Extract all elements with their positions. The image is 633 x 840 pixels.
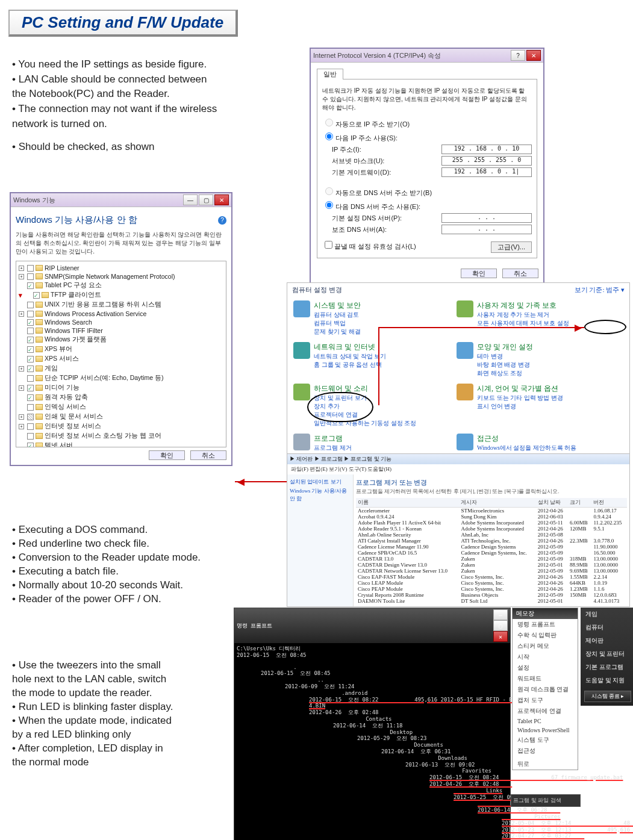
menu-item[interactable]: 명령 프롬프트 xyxy=(513,619,578,630)
menu-item[interactable]: 캡처 도구 xyxy=(513,695,578,706)
feature-item[interactable]: UNIX 기반 응용 프로그램용 하위 시스템 xyxy=(19,300,223,310)
feature-item[interactable]: +Windows Process Activation Service xyxy=(19,310,223,318)
table-row[interactable]: DAEMON Tools LiteDT Soft Ltd2012-05-014.… xyxy=(356,598,627,604)
menu-item[interactable]: 프로젝터에 연결 xyxy=(513,706,578,717)
table-row[interactable]: Adobe Flash Player 11 ActiveX 64-bitAdob… xyxy=(356,520,627,526)
menu-item[interactable]: Tablet PC xyxy=(513,717,578,726)
checkbox-icon[interactable] xyxy=(27,356,34,362)
input-dns2[interactable]: . . . xyxy=(441,225,532,234)
feature-item[interactable]: Windows TIFF IFilter xyxy=(19,326,223,335)
category-item[interactable]: 네트워크 및 인터넷네트워크 상태 및 작업 보기홈 그룹 및 공유 옵션 선택 xyxy=(293,342,453,378)
checkbox-icon[interactable] xyxy=(27,311,34,317)
table-row[interactable]: CADSTAR Design Viewer 13.0Zuken2012-05-0… xyxy=(356,562,627,568)
category-item[interactable]: 시계, 언어 및 국가별 옵션키보드 또는 기타 입력 방법 변경표시 언어 변… xyxy=(457,384,616,428)
table-row[interactable]: AhnLab Online SecurityAhnLab, Inc2012-05… xyxy=(356,532,627,538)
maximize-icon[interactable]: ▢ xyxy=(199,194,213,205)
checkbox-icon[interactable] xyxy=(27,404,34,411)
menu-item[interactable]: 기본 프로그램 xyxy=(581,661,633,674)
help-icon[interactable]: ? xyxy=(218,216,226,225)
table-row[interactable]: ATI Catalyst Install ManagerATI Technolo… xyxy=(356,538,627,544)
menu-item[interactable]: 시스템 도구 xyxy=(513,735,578,745)
radio-manual-ip[interactable] xyxy=(325,132,333,140)
col-header[interactable]: 버전 xyxy=(591,498,627,508)
table-row[interactable]: Cadence License Manager 11.90Cadence Des… xyxy=(356,544,627,550)
menu-item[interactable]: 접근성 xyxy=(513,745,578,756)
category-item[interactable]: 모양 및 개인 설정테마 변경바탕 화면 배경 변경화면 해상도 조정 xyxy=(457,342,616,378)
pinned-app[interactable]: 메모장 xyxy=(513,608,578,619)
minimize-icon[interactable]: — xyxy=(183,194,198,205)
feature-item[interactable]: 단순 TCPIP 서비스(예: Echo, Daytime 등) xyxy=(19,373,223,383)
menu-item[interactable]: 워드패드 xyxy=(513,673,578,684)
chk-validate[interactable] xyxy=(325,241,332,249)
checkbox-icon[interactable] xyxy=(27,366,34,372)
col-header[interactable]: 게시자 xyxy=(459,498,535,508)
checkbox-icon[interactable] xyxy=(27,273,34,280)
table-row[interactable]: AccelerometerSTMicroelectronics2012-04-2… xyxy=(356,508,627,514)
feature-tree[interactable]: +RIP Listener+SNMP(Simple Network Manage… xyxy=(16,261,226,447)
maximize-icon[interactable]: ▢ xyxy=(493,620,508,631)
checkbox-icon[interactable] xyxy=(27,375,34,382)
menu-item[interactable]: Windows PowerShell xyxy=(513,726,578,735)
feature-item[interactable]: 인덱싱 서비스 xyxy=(19,402,223,412)
feature-item[interactable]: +인터넷 정보 서비스 xyxy=(19,422,223,431)
sidebar-link-updates[interactable]: 설치된 업데이트 보기 xyxy=(290,478,351,486)
input-gateway[interactable]: 192 . 168 . 0 . 1| xyxy=(441,167,532,177)
checkbox-icon[interactable] xyxy=(27,328,34,334)
menubar[interactable]: 파일(F) 편집(E) 보기(V) 도구(T) 도움말(H) xyxy=(287,464,629,474)
ok-button[interactable]: 확인 xyxy=(149,450,185,460)
table-row[interactable]: Cisco LEAP ModuleCisco Systems, Inc.2012… xyxy=(356,580,627,586)
checkbox-icon[interactable] xyxy=(27,282,34,289)
close-icon[interactable]: ✕ xyxy=(493,631,508,642)
feature-item[interactable]: +인쇄 및 문서 서비스 xyxy=(19,412,223,422)
checkbox-icon[interactable] xyxy=(27,394,34,401)
menu-item[interactable]: 컴퓨터 xyxy=(581,621,633,634)
feature-item[interactable]: ▾TFTP 클라이언트 xyxy=(19,290,223,300)
feature-item[interactable]: Windows 가젯 플랫폼 xyxy=(19,335,223,344)
table-row[interactable]: Crystal Reports 2008 RuntimeBusiness Obj… xyxy=(356,592,627,598)
checkbox-icon[interactable] xyxy=(27,346,34,353)
feature-item[interactable]: +RIP Listener xyxy=(19,264,223,272)
col-header[interactable]: 설치 날짜 xyxy=(536,498,568,508)
menu-item[interactable]: 설정 xyxy=(513,662,578,673)
close-icon[interactable]: ✕ xyxy=(214,194,229,205)
radio-auto-ip[interactable] xyxy=(325,119,333,126)
breadcrumb[interactable]: ▶ 제어판 ▶ 프로그램 ▶ 프로그램 및 기능 xyxy=(290,456,391,462)
table-row[interactable]: Acrobat 0.9.4.24Sung Dong Kim2012-06-030… xyxy=(356,514,627,520)
col-header[interactable]: 크기 xyxy=(568,498,592,508)
cancel-button[interactable]: 취소 xyxy=(190,450,226,460)
menu-item[interactable]: 뒤로 xyxy=(513,759,578,770)
input-ip[interactable]: 192 . 168 . 0 . 10 xyxy=(441,145,532,154)
feature-item[interactable]: +SNMP(Simple Network Management Protocol… xyxy=(19,272,223,281)
start-menu-right[interactable]: 게임컴퓨터제어판장치 및 프린터기본 프로그램도움말 및 지원 시스템 종료 ▸ xyxy=(581,608,633,706)
feature-item[interactable]: +게임 xyxy=(19,364,223,373)
menu-item[interactable]: 시작 xyxy=(513,652,578,662)
checkbox-icon[interactable] xyxy=(27,443,34,448)
checkbox-icon[interactable] xyxy=(27,385,34,391)
menu-item[interactable]: 수학 식 입력판 xyxy=(513,630,578,641)
input-subnet[interactable]: 255 . 255 . 255 . 0 xyxy=(441,156,532,166)
checkbox-icon[interactable] xyxy=(33,292,40,299)
feature-item[interactable]: +미디어 기능 xyxy=(19,383,223,393)
cancel-button[interactable]: 취소 xyxy=(502,269,538,278)
feature-item[interactable]: 텔넷 서버 xyxy=(19,441,223,447)
menu-item[interactable]: 스티커 메모 xyxy=(513,641,578,652)
table-row[interactable]: Cisco PEAP ModuleCisco Systems, Inc.2012… xyxy=(356,586,627,592)
start-search[interactable]: 프그램 및 파일 검색 xyxy=(511,794,581,807)
checkbox-icon[interactable] xyxy=(27,423,34,430)
radio-auto-dns[interactable] xyxy=(325,187,333,195)
category-item[interactable]: 시스템 및 보안컴퓨터 상태 검토컴퓨터 백업문제 찾기 및 해결 xyxy=(293,300,453,336)
menu-item[interactable]: 게임 xyxy=(581,608,633,621)
feature-item[interactable]: 원격 자동 압축 xyxy=(19,393,223,402)
checkbox-icon[interactable] xyxy=(27,337,34,343)
advanced-button[interactable]: 고급(V)... xyxy=(491,241,532,253)
checkbox-icon[interactable] xyxy=(27,302,34,308)
table-row[interactable]: CADSTAR 13.0Zuken2012-05-09318MB13.00.00… xyxy=(356,556,627,562)
help-icon[interactable]: ? xyxy=(511,50,525,61)
feature-item[interactable]: Windows Search xyxy=(19,318,223,326)
menu-item[interactable]: 도움말 및 지원 xyxy=(581,674,633,687)
feature-item[interactable]: 인터넷 정보 서비스 호스팅 가능 웹 코어 xyxy=(19,431,223,441)
menu-item[interactable]: 제어판 xyxy=(581,634,633,647)
table-row[interactable]: Cisco EAP-FAST ModuleCisco Systems, Inc.… xyxy=(356,574,627,580)
checkbox-icon[interactable] xyxy=(27,265,34,272)
table-row[interactable]: CADSTAR Network License Server 13.0Zuken… xyxy=(356,568,627,574)
